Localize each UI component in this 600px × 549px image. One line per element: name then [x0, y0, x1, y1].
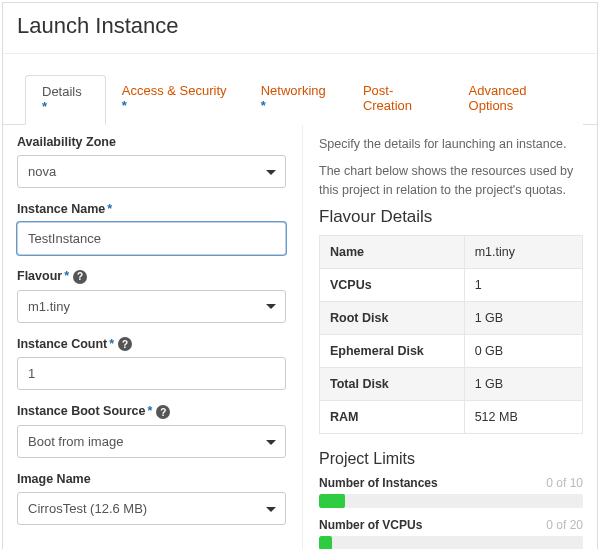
- label-instance-count: Instance Count*?: [17, 337, 286, 352]
- limit-count: 0 of 20: [546, 518, 583, 532]
- limit-row: Number of Instances0 of 10: [319, 476, 583, 508]
- flavour-key: Total Disk: [320, 368, 465, 401]
- select-availability-zone[interactable]: nova: [17, 155, 286, 188]
- input-instance-name[interactable]: [17, 222, 286, 255]
- flavour-key: Root Disk: [320, 302, 465, 335]
- limit-name: Number of Instances: [319, 476, 438, 490]
- info-panel: Specify the details for launching an ins…: [303, 125, 597, 549]
- progress-fill: [319, 494, 345, 508]
- field-instance-name: Instance Name*: [17, 202, 286, 255]
- info-text-2: The chart below shows the resources used…: [319, 162, 583, 200]
- dialog-header: Launch Instance: [3, 3, 597, 54]
- flavour-value: 512 MB: [464, 401, 582, 434]
- field-image-name: Image Name CirrosTest (12.6 MB): [17, 472, 286, 525]
- flavour-value: 1: [464, 269, 582, 302]
- tab-access-security[interactable]: Access & Security *: [106, 75, 245, 125]
- field-boot-source: Instance Boot Source*? Boot from image: [17, 404, 286, 458]
- field-availability-zone: Availability Zone nova: [17, 135, 286, 188]
- label-flavour: Flavour*?: [17, 269, 286, 284]
- flavour-details-table: Namem1.tinyVCPUs1Root Disk1 GBEphemeral …: [319, 235, 583, 434]
- limit-count: 0 of 10: [546, 476, 583, 490]
- info-text-1: Specify the details for launching an ins…: [319, 135, 583, 154]
- input-instance-count[interactable]: [17, 357, 286, 390]
- help-icon[interactable]: ?: [118, 337, 132, 351]
- select-image-name[interactable]: CirrosTest (12.6 MB): [17, 492, 286, 525]
- limit-row: Number of VCPUs0 of 20: [319, 518, 583, 549]
- tab-networking[interactable]: Networking *: [245, 75, 347, 125]
- progress-bar: [319, 536, 583, 549]
- launch-instance-dialog: Launch Instance Details *Access & Securi…: [2, 2, 598, 549]
- label-instance-name: Instance Name*: [17, 202, 286, 216]
- required-star-icon: *: [261, 98, 266, 113]
- required-star-icon: *: [122, 98, 127, 113]
- tab-post-creation[interactable]: Post-Creation: [347, 75, 453, 125]
- table-row: RAM512 MB: [320, 401, 583, 434]
- flavour-key: Ephemeral Disk: [320, 335, 465, 368]
- limit-name: Number of VCPUs: [319, 518, 422, 532]
- progress-bar: [319, 494, 583, 508]
- form-panel: Availability Zone nova Instance Name* Fl…: [3, 125, 303, 549]
- dialog-body: Availability Zone nova Instance Name* Fl…: [3, 125, 597, 549]
- flavour-details-title: Flavour Details: [319, 207, 583, 227]
- dialog-title: Launch Instance: [17, 13, 583, 39]
- field-instance-count: Instance Count*?: [17, 337, 286, 391]
- label-boot-source: Instance Boot Source*?: [17, 404, 286, 419]
- label-image-name: Image Name: [17, 472, 286, 486]
- flavour-value: 1 GB: [464, 302, 582, 335]
- table-row: VCPUs1: [320, 269, 583, 302]
- progress-fill: [319, 536, 332, 549]
- flavour-key: Name: [320, 236, 465, 269]
- help-icon[interactable]: ?: [73, 270, 87, 284]
- table-row: Ephemeral Disk0 GB: [320, 335, 583, 368]
- flavour-key: VCPUs: [320, 269, 465, 302]
- table-row: Namem1.tiny: [320, 236, 583, 269]
- select-boot-source[interactable]: Boot from image: [17, 425, 286, 458]
- field-flavour: Flavour*? m1.tiny: [17, 269, 286, 323]
- required-star-icon: *: [42, 99, 47, 114]
- flavour-value: 0 GB: [464, 335, 582, 368]
- table-row: Total Disk1 GB: [320, 368, 583, 401]
- tab-details[interactable]: Details *: [25, 75, 106, 125]
- help-icon[interactable]: ?: [156, 405, 170, 419]
- flavour-key: RAM: [320, 401, 465, 434]
- project-limits-title: Project Limits: [319, 450, 583, 468]
- tab-bar: Details *Access & Security *Networking *…: [3, 54, 597, 125]
- flavour-value: 1 GB: [464, 368, 582, 401]
- tab-advanced-options[interactable]: Advanced Options: [453, 75, 583, 125]
- select-flavour[interactable]: m1.tiny: [17, 290, 286, 323]
- label-availability-zone: Availability Zone: [17, 135, 286, 149]
- flavour-value: m1.tiny: [464, 236, 582, 269]
- table-row: Root Disk1 GB: [320, 302, 583, 335]
